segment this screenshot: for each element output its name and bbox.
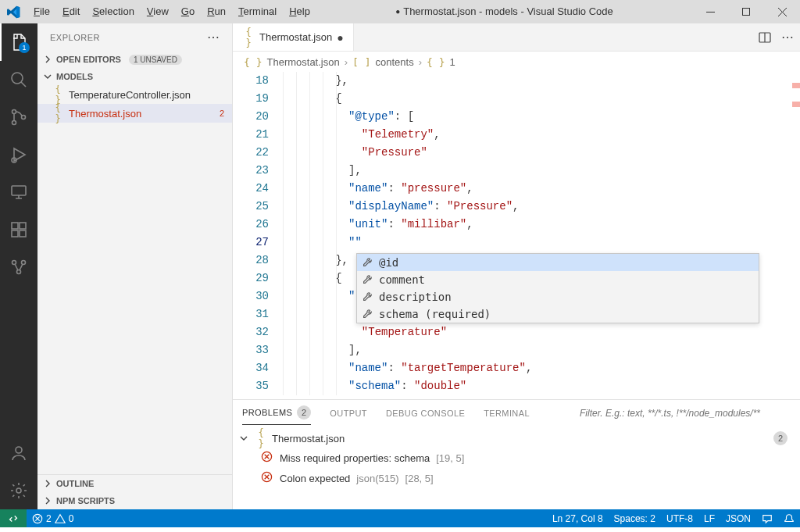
- status-eol[interactable]: LF: [698, 509, 720, 527]
- code-line[interactable]: "schema": "double": [283, 377, 800, 395]
- problem-item[interactable]: Colon expectedjson(515)[28, 5]: [239, 468, 794, 488]
- code-line[interactable]: "name": "targetTemperature",: [283, 359, 800, 377]
- svg-rect-9: [12, 230, 18, 237]
- activity-settings[interactable]: [0, 472, 38, 509]
- status-cursor[interactable]: Ln 27, Col 8: [547, 509, 609, 527]
- split-editor-button[interactable]: [756, 29, 773, 46]
- menu-help[interactable]: Help: [283, 0, 316, 23]
- code-line[interactable]: "": [283, 234, 800, 252]
- status-feedback[interactable]: [756, 509, 778, 527]
- json-icon: { }: [242, 27, 255, 48]
- code-line[interactable]: "Telemetry",: [283, 126, 800, 144]
- code-line[interactable]: ],: [283, 341, 800, 359]
- panel-filter[interactable]: [580, 407, 791, 419]
- code-line[interactable]: ],: [283, 162, 800, 180]
- menu-file[interactable]: File: [27, 0, 56, 23]
- panel-tab-problems[interactable]: PROBLEMS 2: [242, 405, 311, 425]
- suggest-item[interactable]: schema (required): [357, 305, 759, 323]
- status-encoding[interactable]: UTF-8: [661, 509, 698, 527]
- open-editors-section[interactable]: OPEN EDITORS 1 UNSAVED: [38, 51, 232, 68]
- suggest-item[interactable]: comment: [357, 271, 759, 288]
- code-line[interactable]: "name": "pressure",: [283, 180, 800, 198]
- editor-tabs: { } Thermostat.json ● ⋯: [233, 23, 800, 52]
- panel-tab-debug[interactable]: DEBUG CONSOLE: [386, 409, 465, 418]
- close-button[interactable]: [764, 0, 800, 23]
- status-errors[interactable]: 2 0: [27, 509, 79, 527]
- wrench-icon: [362, 274, 374, 285]
- status-lang[interactable]: JSON: [720, 509, 756, 527]
- file-name: Thermostat.json: [69, 108, 141, 120]
- menu-view[interactable]: View: [141, 0, 175, 23]
- menu-terminal[interactable]: Terminal: [232, 0, 283, 23]
- activity-account[interactable]: [0, 434, 38, 472]
- menu-run[interactable]: Run: [201, 0, 232, 23]
- activity-debug[interactable]: [0, 136, 38, 173]
- activity-scm[interactable]: [0, 98, 38, 136]
- dirty-indicator-icon: ●: [337, 31, 343, 44]
- status-spaces[interactable]: Spaces: 2: [609, 509, 661, 527]
- error-icon: [261, 471, 273, 485]
- status-bell[interactable]: [778, 509, 800, 527]
- tab-thermostat[interactable]: { } Thermostat.json ●: [233, 23, 354, 51]
- tab-actions: ⋯: [750, 23, 800, 51]
- folder-section[interactable]: MODELS: [38, 68, 232, 85]
- panel-tab-terminal[interactable]: TERMINAL: [484, 409, 530, 418]
- code-line[interactable]: },: [283, 72, 800, 90]
- wrench-icon: [362, 291, 374, 302]
- minimize-button[interactable]: [692, 0, 728, 23]
- chevron-down-icon: [239, 434, 250, 443]
- activity-remote[interactable]: [0, 173, 38, 211]
- activity-graph[interactable]: [0, 248, 38, 286]
- panel-tab-output[interactable]: OUTPUT: [330, 409, 367, 418]
- svg-point-3: [12, 121, 16, 125]
- window-title: ● Thermostat.json - models - Visual Stud…: [316, 0, 692, 23]
- svg-point-14: [16, 447, 22, 453]
- outline-section[interactable]: OUTLINE: [38, 475, 232, 492]
- code-line[interactable]: "Pressure": [283, 144, 800, 162]
- svg-rect-7: [12, 223, 18, 229]
- remote-button[interactable]: [0, 509, 27, 527]
- problem-item[interactable]: Miss required properties: schema[19, 5]: [239, 448, 794, 468]
- error-marker: [792, 102, 800, 107]
- json-icon: { }: [427, 56, 445, 68]
- code-line[interactable]: "displayName": "Pressure",: [283, 198, 800, 216]
- editor-area: { } Thermostat.json ● ⋯ { } Thermostat.j…: [233, 23, 800, 509]
- array-icon: [ ]: [352, 56, 370, 68]
- menu-edit[interactable]: Edit: [56, 0, 86, 23]
- overview-ruler[interactable]: [788, 72, 800, 369]
- editor-more-icon[interactable]: ⋯: [781, 30, 794, 45]
- code-line[interactable]: "@type": [: [283, 108, 800, 126]
- code-line[interactable]: "Temperature": [283, 323, 800, 341]
- main: 1 EXPLORER ⋯ OPEN EDITORS 1 UNSAVED MODE…: [0, 23, 800, 509]
- menu-go[interactable]: Go: [175, 0, 201, 23]
- breadcrumb-sep-icon: ›: [419, 56, 422, 68]
- breadcrumbs[interactable]: { } Thermostat.json › [ ] contents › { }…: [233, 52, 800, 72]
- panel-tabs: PROBLEMS 2 OUTPUT DEBUG CONSOLE TERMINAL: [233, 400, 800, 426]
- activity-bar: 1: [0, 23, 38, 509]
- maximize-button[interactable]: [728, 0, 764, 23]
- code-line[interactable]: "unit": "millibar",: [283, 216, 800, 234]
- activity-extensions[interactable]: [0, 211, 38, 248]
- sidebar-more-icon[interactable]: ⋯: [207, 30, 220, 45]
- file-name: TemperatureController.json: [69, 89, 191, 101]
- breadcrumb-sep-icon: ›: [345, 56, 348, 68]
- activity-search[interactable]: [0, 61, 38, 98]
- code-editor[interactable]: 181920212223242526272829303132333435 }, …: [233, 72, 800, 399]
- suggest-item[interactable]: description: [357, 288, 759, 305]
- activity-explorer[interactable]: 1: [0, 23, 38, 61]
- file-row[interactable]: { }TemperatureController.json: [38, 85, 232, 104]
- code-line[interactable]: {: [283, 90, 800, 108]
- problem-file-row[interactable]: { } Thermostat.json 2: [239, 429, 794, 448]
- file-problem-badge: 2: [773, 431, 788, 445]
- titlebar: File Edit Selection View Go Run Terminal…: [0, 0, 800, 23]
- autocomplete-popup: @idcommentdescriptionschema (required): [356, 253, 759, 323]
- file-row[interactable]: { }Thermostat.json2: [38, 104, 232, 123]
- code-content[interactable]: }, { "@type": [ "Telemetry", "Pressure" …: [283, 72, 800, 399]
- menu-selection[interactable]: Selection: [86, 0, 140, 23]
- suggest-item[interactable]: @id: [357, 254, 759, 271]
- chevron-right-icon: [42, 55, 53, 64]
- npm-scripts-section[interactable]: NPM SCRIPTS: [38, 492, 232, 509]
- problems-list: { } Thermostat.json 2 Miss required prop…: [233, 426, 800, 509]
- filter-input[interactable]: [580, 408, 791, 419]
- line-gutter: 181920212223242526272829303132333435: [233, 72, 283, 399]
